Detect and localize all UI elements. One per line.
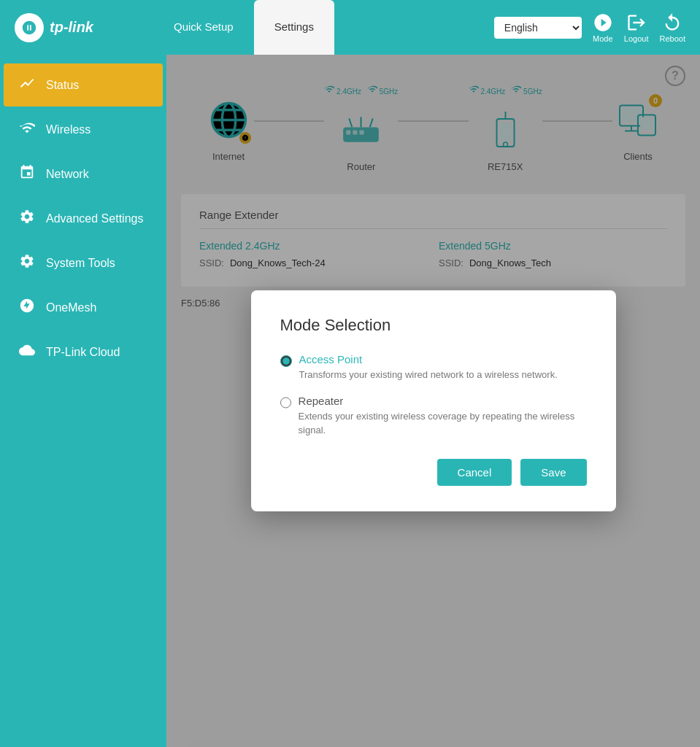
sidebar-label-wireless: Wireless [46, 123, 91, 136]
logo-icon [15, 13, 44, 42]
sidebar-item-advanced-settings[interactable]: Advanced Settings [4, 197, 163, 240]
save-button[interactable]: Save [520, 459, 586, 486]
logo-text: tp-link [50, 19, 93, 36]
nav-tabs: Quick Setup Settings [153, 0, 480, 55]
sidebar-label-system-tools: System Tools [46, 257, 115, 270]
access-point-desc: Transforms your existing wired network t… [299, 368, 558, 382]
logout-button[interactable]: Logout [624, 12, 649, 43]
header: tp-link Quick Setup Settings English Chi… [0, 0, 700, 55]
language-select[interactable]: English Chinese French German Spanish [494, 17, 582, 39]
mode-button[interactable]: Mode [593, 12, 613, 43]
repeater-radio[interactable] [280, 397, 291, 409]
status-icon [18, 75, 36, 95]
repeater-desc: Extends your existing wireless coverage … [299, 410, 587, 436]
sidebar-item-wireless[interactable]: Wireless [4, 108, 163, 151]
tab-quick-setup[interactable]: Quick Setup [153, 0, 254, 55]
sidebar-item-system-tools[interactable]: System Tools [4, 241, 163, 285]
content-area: ? Internet [166, 55, 700, 747]
sidebar-item-network[interactable]: Network [4, 152, 163, 196]
access-point-option[interactable]: Access Point Transforms your existing wi… [280, 353, 587, 382]
reboot-button[interactable]: Reboot [660, 12, 685, 43]
sidebar-label-status: Status [46, 79, 79, 92]
sidebar-label-tp-link-cloud: TP-Link Cloud [46, 346, 120, 359]
access-point-radio[interactable] [280, 355, 292, 367]
header-right: English Chinese French German Spanish Mo… [494, 12, 685, 43]
sidebar-label-network: Network [46, 168, 89, 181]
system-tools-icon [18, 253, 36, 273]
advanced-settings-icon [18, 209, 36, 228]
modal-overlay: Mode Selection Access Point Transforms y… [166, 55, 700, 747]
modal-title: Mode Selection [280, 316, 587, 335]
sidebar: Status Wireless Network Advanced Setting… [0, 55, 166, 747]
tp-link-cloud-icon [18, 342, 36, 362]
wireless-icon [18, 120, 36, 139]
repeater-option[interactable]: Repeater Extends your existing wireless … [280, 395, 587, 436]
sidebar-item-onemesh[interactable]: OneMesh [4, 286, 163, 329]
main-layout: Status Wireless Network Advanced Setting… [0, 55, 700, 747]
onemesh-icon [18, 298, 36, 317]
sidebar-item-tp-link-cloud[interactable]: TP-Link Cloud [4, 330, 163, 374]
cancel-button[interactable]: Cancel [437, 459, 512, 486]
sidebar-label-onemesh: OneMesh [46, 301, 96, 314]
tab-settings[interactable]: Settings [254, 0, 334, 55]
sidebar-item-status[interactable]: Status [4, 63, 163, 107]
repeater-label: Repeater [299, 395, 587, 407]
sidebar-label-advanced-settings: Advanced Settings [46, 212, 143, 225]
modal-footer: Cancel Save [280, 459, 587, 486]
logo: tp-link [15, 13, 139, 42]
mode-selection-modal: Mode Selection Access Point Transforms y… [251, 290, 616, 511]
network-icon [18, 164, 36, 184]
access-point-label: Access Point [299, 353, 558, 365]
